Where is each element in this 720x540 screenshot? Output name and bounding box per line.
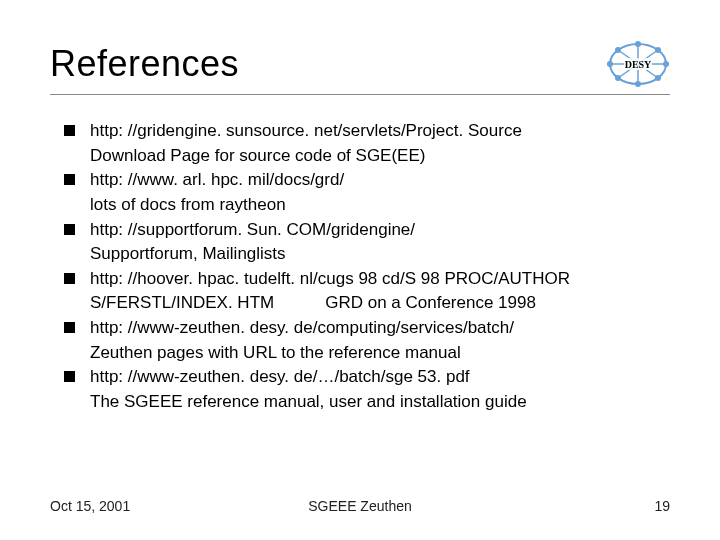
- bullet-list: http: //gridengine. sunsource. net/servl…: [50, 119, 670, 415]
- bullet-line2: The SGEEE reference manual, user and ins…: [90, 390, 670, 415]
- footer: Oct 15, 2001 SGEEE Zeuthen 19: [50, 498, 670, 514]
- bullet-square-icon: [64, 322, 75, 333]
- footer-center: SGEEE Zeuthen: [50, 498, 670, 514]
- list-item: http: //www-zeuthen. desy. de/computing/…: [64, 316, 670, 365]
- desy-logo: DESY: [606, 40, 670, 88]
- bullet-square-icon: [64, 224, 75, 235]
- svg-point-13: [663, 61, 669, 67]
- bullet-line2: S/FERSTL/INDEX. HTM GRD on a Conference …: [90, 291, 670, 316]
- bullet-line2: Zeuthen pages with URL to the reference …: [90, 341, 670, 366]
- logo-text: DESY: [625, 59, 652, 70]
- list-item: http: //hoover. hpac. tudelft. nl/cugs 9…: [64, 267, 670, 316]
- bullet-line1: http: //hoover. hpac. tudelft. nl/cugs 9…: [90, 267, 670, 292]
- divider: [50, 94, 670, 95]
- bullet-line2: lots of docs from raytheon: [90, 193, 670, 218]
- list-item: http: //supportforum. Sun. COM/gridengin…: [64, 218, 670, 267]
- svg-point-12: [607, 61, 613, 67]
- slide: References DESY http: //gridengine. suns…: [0, 0, 720, 540]
- svg-point-10: [635, 41, 641, 47]
- footer-page: 19: [654, 498, 670, 514]
- bullet-line2: Supportforum, Mailinglists: [90, 242, 670, 267]
- bullet-square-icon: [64, 174, 75, 185]
- list-item: http: //www. arl. hpc. mil/docs/grd/ lot…: [64, 168, 670, 217]
- bullet-line1: http: //supportforum. Sun. COM/gridengin…: [90, 218, 670, 243]
- footer-date: Oct 15, 2001: [50, 498, 130, 514]
- header: References DESY: [50, 40, 670, 88]
- bullet-line2: Download Page for source code of SGE(EE): [90, 144, 670, 169]
- list-item: http: //gridengine. sunsource. net/servl…: [64, 119, 670, 168]
- bullet-line1: http: //www-zeuthen. desy. de/computing/…: [90, 316, 670, 341]
- bullet-square-icon: [64, 371, 75, 382]
- svg-point-6: [615, 47, 621, 53]
- svg-point-7: [655, 47, 661, 53]
- bullet-line1: http: //www. arl. hpc. mil/docs/grd/: [90, 168, 670, 193]
- bullet-square-icon: [64, 273, 75, 284]
- bullet-square-icon: [64, 125, 75, 136]
- page-title: References: [50, 43, 239, 85]
- bullet-line1: http: //www-zeuthen. desy. de/…/batch/sg…: [90, 365, 670, 390]
- list-item: http: //www-zeuthen. desy. de/…/batch/sg…: [64, 365, 670, 414]
- svg-point-9: [655, 75, 661, 81]
- bullet-line1: http: //gridengine. sunsource. net/servl…: [90, 119, 670, 144]
- svg-point-11: [635, 81, 641, 87]
- svg-point-8: [615, 75, 621, 81]
